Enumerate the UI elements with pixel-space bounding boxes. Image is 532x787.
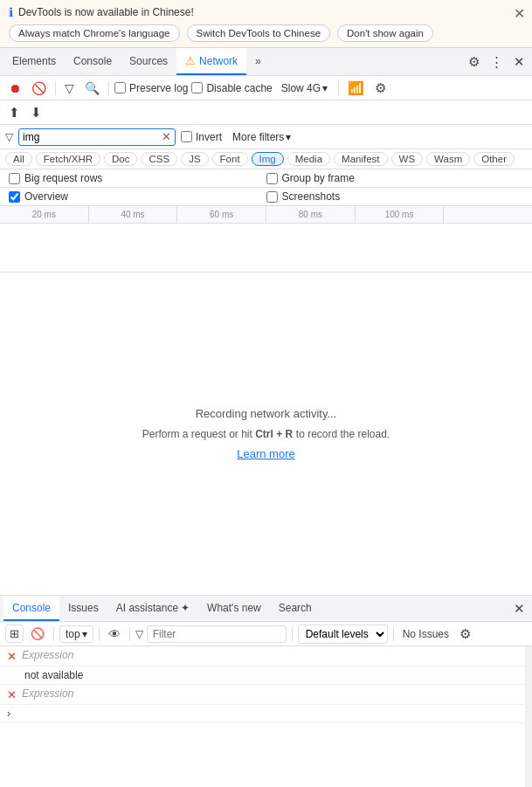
console-create-live-expression-button[interactable]: ⊞	[5, 625, 24, 643]
chip-doc[interactable]: Doc	[104, 152, 137, 166]
bottom-tab-issues[interactable]: Issues	[59, 596, 107, 621]
group-by-frame-label[interactable]: Group by frame	[266, 172, 524, 184]
tab-sources-label: Sources	[129, 55, 168, 67]
invert-checkbox[interactable]	[181, 131, 192, 142]
console-context-label: top	[66, 628, 80, 640]
tab-network[interactable]: ⚠ Network	[176, 48, 246, 75]
console-separator-3	[129, 627, 130, 641]
tick-1: 20 ms	[0, 206, 88, 223]
screenshots-checkbox[interactable]	[266, 191, 278, 203]
eye-button[interactable]: 👁	[105, 624, 124, 645]
more-filters-button[interactable]: More filters ▾	[227, 129, 296, 145]
preserve-log-label[interactable]: Preserve log	[114, 82, 188, 94]
log-levels-dropdown[interactable]: Default levels	[298, 625, 388, 644]
scrollbar[interactable]	[525, 646, 532, 787]
console-clear-button[interactable]: 🚫	[27, 624, 48, 644]
console-separator-1	[53, 627, 54, 641]
invert-label[interactable]: Invert	[181, 131, 222, 143]
chevron-icon: ›	[7, 708, 10, 720]
learn-more-link[interactable]: Learn more	[237, 447, 294, 460]
console-row-4: ›	[0, 705, 525, 723]
chip-js[interactable]: JS	[181, 152, 208, 166]
options-left-2: Overview	[9, 190, 266, 203]
search-input[interactable]	[23, 131, 159, 143]
filter-funnel-icon-console: ▽	[135, 628, 143, 640]
invert-text: Invert	[196, 131, 222, 143]
chip-css[interactable]: CSS	[141, 152, 177, 166]
throttle-dropdown[interactable]: Slow 4G ▾	[276, 80, 333, 96]
overview-label[interactable]: Overview	[9, 190, 266, 203]
expression-text-2: Expression	[22, 687, 73, 700]
throttle-label: Slow 4G	[281, 82, 321, 94]
chip-img[interactable]: Img	[252, 152, 284, 166]
chip-other[interactable]: Other	[473, 152, 515, 166]
chip-all[interactable]: All	[5, 152, 32, 166]
close-info-button[interactable]: ✕	[514, 7, 525, 21]
more-options-button[interactable]: ⋮	[487, 51, 507, 73]
console-separator-4	[292, 627, 293, 641]
match-language-button[interactable]: Always match Chrome's language	[9, 24, 180, 42]
disable-cache-checkbox[interactable]	[191, 82, 203, 93]
record-button[interactable]: ⏺	[5, 78, 24, 99]
clear-button[interactable]: 🚫	[28, 78, 50, 99]
tab-elements-label: Elements	[12, 55, 56, 67]
search-button[interactable]: 🔍	[81, 78, 103, 99]
search-clear-button[interactable]: ✕	[162, 131, 171, 142]
separator-3	[338, 81, 339, 95]
chip-fetch-xhr[interactable]: Fetch/XHR	[36, 152, 100, 166]
console-row-3: ✕ Expression	[0, 685, 525, 705]
to-record-text: to record the reload.	[296, 428, 390, 440]
timeline-area: 20 ms 40 ms 60 ms 80 ms 100 ms	[0, 206, 532, 273]
group-by-frame-checkbox[interactable]	[266, 173, 278, 184]
overview-checkbox[interactable]	[9, 191, 20, 203]
more-filters-arrow-icon: ▾	[286, 131, 291, 143]
big-request-rows-label[interactable]: Big request rows	[9, 172, 266, 184]
options-right: Group by frame	[266, 172, 524, 184]
close-bottom-panel-button[interactable]: ✕	[510, 597, 529, 620]
timeline-body	[0, 224, 532, 272]
console-filter-input[interactable]	[147, 625, 287, 643]
chip-wasm[interactable]: Wasm	[426, 152, 470, 166]
screenshots-label[interactable]: Screenshots	[266, 190, 524, 203]
dont-show-button[interactable]: Don't show again	[337, 24, 433, 42]
network-settings-icon[interactable]: ⚙	[371, 77, 390, 100]
separator-1	[55, 81, 56, 95]
upload-icon[interactable]: ⬆	[5, 101, 24, 124]
chip-ws[interactable]: WS	[391, 152, 424, 166]
tab-sources[interactable]: Sources	[121, 48, 176, 75]
bottom-tab-ai[interactable]: AI assistance ✦	[107, 596, 198, 621]
tab-elements[interactable]: Elements	[3, 48, 65, 75]
disable-cache-label[interactable]: Disable cache	[191, 82, 272, 94]
switch-chinese-button[interactable]: Switch DevTools to Chinese	[187, 24, 331, 42]
filter-button[interactable]: ▽	[61, 78, 78, 99]
chip-media[interactable]: Media	[287, 152, 330, 166]
console-context-dropdown[interactable]: top ▾	[59, 625, 93, 643]
preserve-log-checkbox[interactable]	[114, 82, 126, 93]
import-export-toolbar: ⬆ ⬇	[0, 100, 532, 125]
tick-5: 100 ms	[355, 206, 444, 223]
close-devtools-button[interactable]: ✕	[510, 51, 529, 73]
wifi-icon[interactable]: 📶	[344, 77, 368, 100]
shortcut-text: Ctrl + R	[255, 428, 293, 440]
chip-font[interactable]: Font	[212, 152, 248, 166]
console-settings-button[interactable]: ⚙	[456, 623, 474, 645]
tab-more[interactable]: »	[246, 48, 270, 75]
info-bar-title: ℹ DevTools is now available in Chinese!	[9, 5, 194, 19]
bottom-tab-console[interactable]: Console	[3, 596, 59, 621]
bottom-tabs-right: ✕	[510, 597, 529, 620]
tab-console[interactable]: Console	[65, 48, 121, 75]
bottom-tab-whatsnew[interactable]: What's new	[198, 596, 270, 621]
info-bar-message: DevTools is now available in Chinese!	[18, 6, 194, 18]
console-content: ✕ Expression not available ✕ Expression …	[0, 646, 525, 787]
bottom-tab-search-label: Search	[279, 602, 312, 614]
download-icon[interactable]: ⬇	[27, 101, 45, 124]
bottom-tab-search[interactable]: Search	[270, 596, 321, 621]
error-icon-1: ✕	[7, 650, 17, 663]
big-request-rows-checkbox[interactable]	[9, 173, 20, 184]
chip-manifest[interactable]: Manifest	[334, 152, 387, 166]
tab-more-label: »	[255, 55, 261, 67]
settings-button[interactable]: ⚙	[465, 51, 483, 73]
big-request-rows-text: Big request rows	[24, 172, 102, 184]
group-by-frame-text: Group by frame	[282, 172, 355, 184]
bottom-panel: Console Issues AI assistance ✦ What's ne…	[0, 595, 532, 787]
